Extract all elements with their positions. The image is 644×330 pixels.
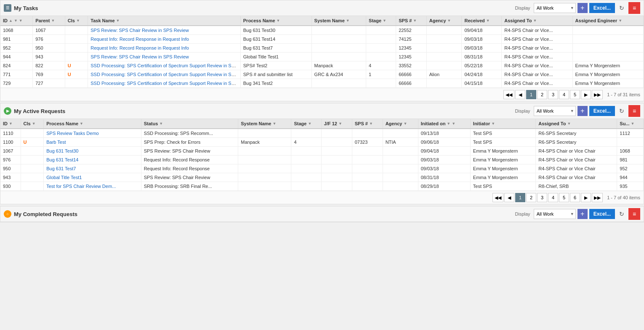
ar-sps-filter[interactable]: ▼ bbox=[369, 121, 373, 126]
ar-id-filter[interactable]: ▼ bbox=[9, 121, 13, 126]
page-2-active[interactable]: 2 bbox=[526, 193, 536, 202]
page-next-active[interactable]: ▶ bbox=[581, 193, 591, 202]
system-name-filter[interactable]: ▼ bbox=[346, 18, 350, 23]
excel-button-completed[interactable]: Excel... bbox=[589, 209, 615, 219]
task-name-link[interactable]: Request Info: Record Response in Request… bbox=[90, 37, 189, 42]
cell-ar-id: 1067 bbox=[0, 147, 21, 156]
page-5-tasks[interactable]: 5 bbox=[570, 90, 580, 99]
task-name-link[interactable]: SSD Processing: SPS Certification of Spe… bbox=[90, 72, 238, 77]
display-select-completed[interactable]: All Work My Work Unread bbox=[534, 209, 576, 219]
ar-initiated-filter[interactable]: ▼ bbox=[452, 121, 455, 126]
display-select-active[interactable]: All Work My Work Unread bbox=[534, 106, 576, 116]
id-sort-desc[interactable]: ▼ bbox=[14, 18, 18, 23]
cls-filter[interactable]: ▼ bbox=[76, 18, 80, 23]
add-button-completed[interactable]: + bbox=[577, 209, 588, 219]
page-3-active[interactable]: 3 bbox=[537, 193, 547, 202]
task-name-link[interactable]: SPS Review: SPS Chair Review in SPS Revi… bbox=[90, 54, 189, 59]
id-filter[interactable]: ▼ bbox=[19, 18, 23, 23]
stage-filter[interactable]: ▼ bbox=[383, 18, 386, 23]
display-select-tasks[interactable]: All Work My Work Unread bbox=[534, 3, 576, 13]
page-4-tasks[interactable]: 4 bbox=[559, 90, 569, 99]
received-filter[interactable]: ▼ bbox=[486, 18, 490, 23]
menu-button-tasks[interactable]: ≡ bbox=[628, 2, 640, 14]
cell-process-name: SPS # and submitter list bbox=[240, 70, 311, 79]
sps-filter[interactable]: ▼ bbox=[413, 18, 417, 23]
process-name-link[interactable]: Bug 631 Test14 bbox=[46, 157, 78, 162]
display-select-wrapper-active[interactable]: All Work My Work Unread bbox=[534, 106, 576, 116]
cell-ar-initiator: Test SPS bbox=[470, 138, 535, 147]
excel-button-active[interactable]: Excel... bbox=[589, 106, 615, 116]
cell-ar-process-name: SPS Review Tasks Demo bbox=[44, 129, 141, 138]
cell-ar-process-name: Bug 631 Test14 bbox=[44, 156, 141, 164]
ar-col-assigned-to: Assigned To▼ bbox=[536, 119, 617, 129]
parent-filter[interactable]: ▼ bbox=[51, 18, 55, 23]
ar-assigned-filter[interactable]: ▼ bbox=[567, 121, 571, 126]
page-prev-tasks[interactable]: ◀ bbox=[515, 90, 525, 99]
refresh-button-active[interactable]: ↻ bbox=[617, 106, 627, 116]
table-row: 729 727 SSD Processing: SPS Certificatio… bbox=[0, 79, 644, 88]
ar-su-filter[interactable]: ▼ bbox=[631, 121, 635, 126]
page-6-active[interactable]: 6 bbox=[570, 193, 580, 202]
ar-stage-filter[interactable]: ▼ bbox=[308, 121, 311, 126]
display-select-wrapper-tasks[interactable]: All Work My Work Unread bbox=[534, 3, 576, 13]
ar-initiator-filter[interactable]: ▼ bbox=[491, 121, 495, 126]
add-button-active[interactable]: + bbox=[577, 106, 588, 116]
display-select-wrapper-completed[interactable]: All Work My Work Unread bbox=[534, 209, 576, 219]
page-1-tasks[interactable]: 1 bbox=[526, 90, 536, 99]
cell-ar-initiated-on: 08/29/18 bbox=[418, 182, 470, 191]
active-requests-table: ID▼ Cls▼ Process Name▼ Status▼ System Na… bbox=[0, 119, 644, 191]
active-requests-tbody: 1110 SPS Review Tasks Demo SSD Processin… bbox=[0, 129, 644, 191]
process-name-link[interactable]: SPS Review Tasks Demo bbox=[46, 131, 99, 136]
ar-system-filter[interactable]: ▼ bbox=[272, 121, 276, 126]
task-name-filter[interactable]: ▼ bbox=[116, 18, 120, 23]
process-name-link[interactable]: Barb Test bbox=[46, 140, 66, 145]
page-5-active[interactable]: 5 bbox=[559, 193, 569, 202]
my-tasks-controls: Display All Work My Work Unread + Excel.… bbox=[515, 2, 640, 14]
page-last-tasks[interactable]: ▶▶ bbox=[592, 90, 603, 99]
cell-ar-status: SPS Review: SPS Chair Review bbox=[141, 147, 238, 156]
page-3-tasks[interactable]: 3 bbox=[548, 90, 558, 99]
id-sort-asc[interactable]: ▲ bbox=[9, 18, 13, 23]
table-row: 976 Bug 631 Test14 Request Info: Record … bbox=[0, 156, 644, 164]
page-2-tasks[interactable]: 2 bbox=[537, 90, 547, 99]
refresh-button-tasks[interactable]: ↻ bbox=[617, 3, 627, 13]
ar-process-filter[interactable]: ▼ bbox=[80, 121, 83, 126]
ar-cls-filter[interactable]: ▼ bbox=[32, 121, 36, 126]
page-next-tasks[interactable]: ▶ bbox=[581, 90, 591, 99]
assigned-engineer-filter[interactable]: ▼ bbox=[618, 18, 622, 23]
ar-status-filter[interactable]: ▼ bbox=[159, 121, 163, 126]
page-4-active[interactable]: 4 bbox=[548, 193, 558, 202]
my-tasks-header-row: ID▲▼▼ Parent▼ Cls▼ Task Name▼ Process Na… bbox=[0, 16, 644, 26]
ar-agency-filter[interactable]: ▼ bbox=[403, 121, 407, 126]
page-1-active[interactable]: 1 bbox=[515, 193, 525, 202]
cell-ar-initiator: Emma Y Morgenstern bbox=[470, 173, 535, 182]
process-name-link[interactable]: Bug 631 Test7 bbox=[46, 166, 76, 171]
refresh-button-completed[interactable]: ↻ bbox=[617, 209, 627, 219]
ar-jf12-filter[interactable]: ▼ bbox=[338, 121, 342, 126]
task-name-link[interactable]: Request Info: Record Response in Request… bbox=[90, 45, 189, 50]
menu-button-active[interactable]: ≡ bbox=[628, 105, 640, 117]
my-tasks-thead: ID▲▼▼ Parent▼ Cls▼ Task Name▼ Process Na… bbox=[0, 16, 644, 26]
process-name-link[interactable]: Bug 631 Test30 bbox=[46, 148, 78, 153]
assigned-to-filter[interactable]: ▼ bbox=[533, 18, 537, 23]
process-name-filter[interactable]: ▼ bbox=[277, 18, 280, 23]
page-first-active[interactable]: ◀◀ bbox=[492, 193, 503, 202]
page-first-tasks[interactable]: ◀◀ bbox=[503, 90, 514, 99]
task-name-link[interactable]: SPS Review: SPS Chair Review in SPS Revi… bbox=[90, 28, 189, 33]
page-prev-active[interactable]: ◀ bbox=[504, 193, 514, 202]
task-name-link[interactable]: SSD Processing: SPS Certification of Spe… bbox=[90, 81, 238, 86]
cell-ar-agency: NTIA bbox=[383, 138, 418, 147]
process-name-link[interactable]: Test for SPS Chair Review Dem... bbox=[46, 184, 116, 189]
menu-button-completed[interactable]: ≡ bbox=[628, 208, 640, 220]
cell-ar-su: 981 bbox=[617, 156, 644, 164]
process-name-link[interactable]: Global Title Test1 bbox=[46, 175, 82, 180]
cell-assigned-to: R4-SPS Chair or Vice... bbox=[502, 53, 572, 61]
cell-ar-assigned-to: R4-SPS Chair or Vice Chair bbox=[536, 147, 617, 156]
ar-initiated-sort[interactable]: ▼ bbox=[447, 121, 450, 126]
add-button-tasks[interactable]: + bbox=[577, 3, 588, 13]
cell-assigned-engineer: Emma Y Morgenstern bbox=[572, 79, 643, 88]
excel-button-tasks[interactable]: Excel... bbox=[589, 3, 615, 13]
task-name-link[interactable]: SSD Processing: SPS Certification of Spe… bbox=[90, 63, 238, 68]
agency-filter[interactable]: ▼ bbox=[447, 18, 451, 23]
page-last-active[interactable]: ▶▶ bbox=[592, 193, 603, 202]
